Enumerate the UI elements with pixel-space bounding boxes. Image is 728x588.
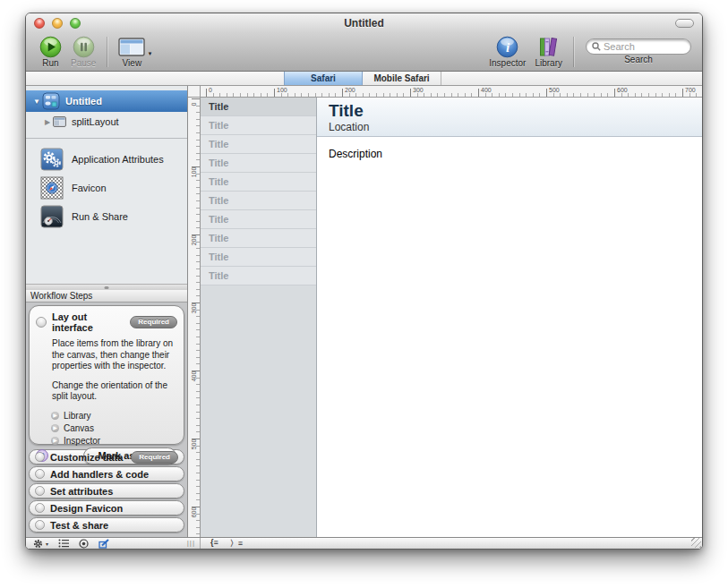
stack-frame-icon[interactable]: {≡ [210,538,218,550]
list-view: Title Title Title Title Title Title [201,98,317,537]
inspector-button[interactable]: i Inspector [489,35,526,68]
sidebar-splitter[interactable] [26,284,187,290]
drag-grip-icon[interactable]: ||| [187,539,195,547]
record-icon[interactable] [79,539,89,549]
application-attributes-icon [40,148,64,171]
canvas-area: 0100200300400500600 01002003004005006007… [188,86,702,537]
library-label: Library [535,58,562,68]
canvas[interactable]: Title Title Title Title Title Title [201,98,702,537]
ruler-number: 200 [345,87,355,93]
list-row[interactable]: Title [201,98,316,116]
close-button[interactable] [34,18,45,29]
workflow-step-title: Test & share [50,520,178,531]
search-label: Search [624,55,653,64]
view-button[interactable]: ▾ View [118,35,145,68]
step-status-icon [35,452,45,462]
detail-location[interactable]: Location [329,121,702,133]
workflow-step-collapsed[interactable]: Set attributes [29,483,184,499]
ruler-number: 600 [617,87,628,93]
horizontal-ruler: 0100200300400500600700 [201,86,702,98]
titlebar[interactable]: Untitled [26,13,702,33]
list-row[interactable]: Title [201,210,316,229]
arrow-right-icon: ▶ [51,437,59,445]
list-row[interactable]: Title [201,229,316,248]
ruler-number: 500 [549,87,560,93]
splitlayout-icon [53,116,66,127]
ruler-number: 300 [191,299,197,319]
workflow-step-text: Change the orientation of the split layo… [52,380,176,403]
list-row[interactable]: Title [201,116,316,135]
project-icon [42,92,60,110]
disclosure-right-icon[interactable]: ▶ [42,118,53,126]
step-list-icon[interactable]: 〉≡ [230,538,243,550]
library-button[interactable]: Library [535,35,562,68]
toolbar-toggle-button[interactable] [675,19,694,28]
sidebar-item-run-share[interactable]: Run & Share [26,202,187,231]
list-row[interactable]: Title [201,267,316,285]
workflow-step-collapsed[interactable]: Add handlers & code [29,466,184,481]
arrow-right-icon: ▶ [51,412,59,420]
ruler-number: 200 [191,231,197,251]
workflow-panel: Lay out interface Required Place items f… [26,303,187,537]
workflow-step-list: Customize data Required Add handlers & c… [29,449,184,533]
disclosure-down-icon[interactable]: ▼ [31,98,42,106]
detail-body[interactable]: Description [317,137,702,160]
view-label: View [123,58,142,68]
splitter-grip-icon [105,286,109,289]
required-badge: Required [131,451,178,464]
chevron-down-icon[interactable]: ▾ [46,541,48,547]
workflow-link[interactable]: ▶ Library [51,411,177,422]
list-row[interactable]: Title [201,173,316,192]
list-row[interactable]: Title [201,154,316,173]
search-placeholder: Search [604,41,635,52]
detail-description[interactable]: Description [329,148,382,160]
workflow-step-active: Lay out interface Required Place items f… [29,305,184,445]
sidebar: ▼ Untitled [26,86,188,537]
library-icon [537,35,560,58]
detail-title[interactable]: Title [329,100,702,121]
workflow-link[interactable]: ▶ Canvas [51,423,177,434]
ruler-number: 300 [413,87,424,93]
list-mode-icon[interactable] [58,539,69,548]
ruler-corner [188,86,200,98]
window-title: Untitled [26,13,702,33]
workflow-step-collapsed[interactable]: Test & share [29,517,184,533]
sidebar-item-splitlayout[interactable]: ▶ splitLayout [26,112,187,132]
pause-label: Pause [71,58,96,68]
ruler-number: 0 [209,87,212,93]
run-button[interactable]: Run [39,35,62,68]
workflow-link-label: Library [64,411,91,421]
resize-grip[interactable] [691,538,701,548]
workflow-link-label: Inspector [64,436,100,446]
toolbar: Run Pause [26,33,702,72]
sidebar-item-label: Run & Share [72,211,128,222]
minimize-button[interactable] [52,18,63,29]
list-row[interactable]: Title [201,135,316,154]
run-icon [39,35,62,58]
bottom-bar: ▾ ||| {≡ 〉≡ [26,537,702,549]
detail-header[interactable]: Title Location [317,98,702,137]
zoom-button[interactable] [70,18,81,29]
list-row[interactable]: Title [201,192,316,210]
sidebar-item-favicon[interactable]: Favicon [26,174,187,202]
search-input[interactable]: Search [586,38,691,55]
ruler-number: 100 [277,87,287,93]
sidebar-divider [26,138,187,139]
inspector-label: Inspector [489,58,526,68]
workflow-link[interactable]: ▶ Inspector [51,436,177,447]
tab[interactable]: Safari [284,72,363,85]
workflow-step-collapsed[interactable]: Customize data Required [29,449,184,464]
workflow-link-label: Canvas [64,423,94,433]
sidebar-item-application-attributes[interactable]: Application Attributes [26,145,187,174]
list-row[interactable]: Title [201,248,316,267]
search-group: Search Search [586,37,691,64]
sidebar-item-project[interactable]: ▼ Untitled [26,90,187,112]
workflow-step-title: Add handlers & code [50,469,178,480]
tab[interactable]: Mobile Safari [363,72,441,85]
workflow-step-text: Place items from the library on the canv… [52,338,176,372]
edit-compose-icon[interactable] [98,539,109,549]
gear-action-icon[interactable] [33,539,43,549]
step-status-icon [35,469,45,479]
workflow-step-collapsed[interactable]: Design Favicon [29,500,184,516]
step-status-icon[interactable] [36,317,47,328]
